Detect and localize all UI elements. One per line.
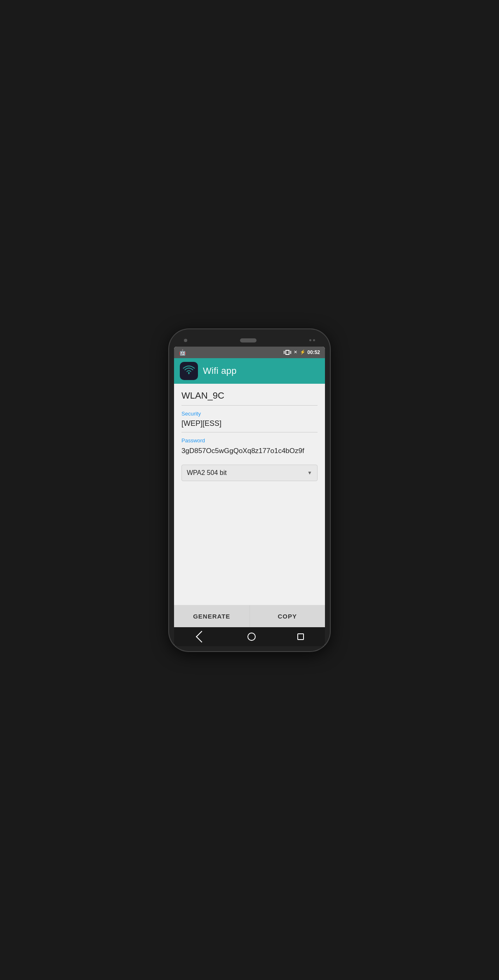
encryption-dropdown[interactable]: WPA2 504 bit ▼ bbox=[181, 465, 318, 481]
network-name: WLAN_9C bbox=[181, 390, 318, 406]
nav-bar bbox=[174, 627, 325, 646]
wifi-icon-svg bbox=[182, 364, 195, 378]
battery-icon: ⚡ bbox=[300, 349, 306, 355]
generate-button[interactable]: GENERATE bbox=[174, 605, 250, 627]
password-value: 3gD857Oc5wGgQoXq8z177o1c4bOz9f bbox=[181, 446, 318, 460]
vibrate-icon bbox=[284, 350, 291, 355]
recents-button[interactable] bbox=[297, 633, 304, 640]
copy-button[interactable]: COPY bbox=[250, 605, 325, 627]
chevron-down-icon: ▼ bbox=[307, 470, 312, 476]
status-time: 00:52 bbox=[307, 349, 320, 355]
phone-screen: 🤖 ✕ ⚡ 00:52 bbox=[174, 347, 325, 646]
encryption-label: WPA2 504 bit bbox=[187, 469, 227, 477]
home-icon bbox=[247, 633, 256, 641]
phone-device: 🤖 ✕ ⚡ 00:52 bbox=[169, 329, 330, 651]
main-content: WLAN_9C Security [WEP][ESS] Password 3gD… bbox=[174, 384, 325, 605]
android-status-icon: 🤖 bbox=[179, 349, 186, 356]
status-bar: 🤖 ✕ ⚡ 00:52 bbox=[174, 347, 325, 358]
recents-icon bbox=[297, 633, 304, 640]
security-label: Security bbox=[181, 411, 318, 417]
back-button[interactable] bbox=[195, 633, 206, 641]
camera-lens bbox=[184, 339, 187, 342]
app-header: Wifi app bbox=[174, 358, 325, 384]
phone-top-bar bbox=[174, 334, 325, 347]
sensors bbox=[309, 339, 315, 341]
speaker-grille bbox=[240, 338, 257, 342]
back-icon bbox=[196, 631, 207, 642]
status-right-icons: ✕ ⚡ 00:52 bbox=[284, 349, 320, 355]
bottom-buttons: GENERATE COPY bbox=[174, 605, 325, 627]
svg-point-0 bbox=[188, 373, 189, 374]
app-icon bbox=[180, 362, 198, 380]
password-label: Password bbox=[181, 437, 318, 444]
security-value: [WEP][ESS] bbox=[181, 419, 318, 432]
home-button[interactable] bbox=[247, 633, 256, 641]
app-title: Wifi app bbox=[203, 366, 237, 376]
signal-icon: ✕ bbox=[294, 349, 297, 355]
